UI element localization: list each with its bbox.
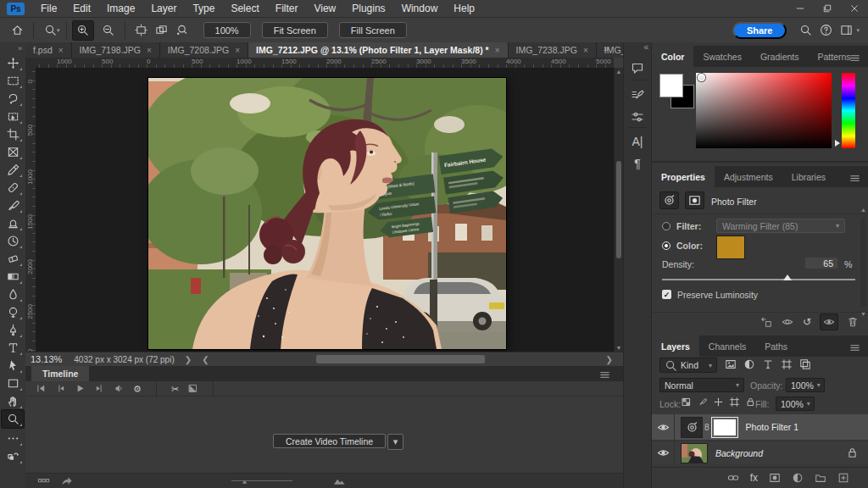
- lasso-tool-icon[interactable]: [2, 90, 24, 108]
- tab-libraries[interactable]: Libraries: [782, 166, 835, 187]
- help-icon[interactable]: [815, 21, 836, 40]
- menu-help[interactable]: Help: [453, 3, 475, 14]
- layer-thumbnail[interactable]: [682, 444, 707, 463]
- menu-select[interactable]: Select: [231, 3, 259, 14]
- move-tool-icon[interactable]: [2, 54, 24, 72]
- tab-properties[interactable]: Properties: [652, 166, 715, 187]
- foreground-color-swatch[interactable]: [659, 74, 683, 97]
- previous-state-eye-icon[interactable]: [782, 316, 793, 328]
- split-scissors-icon[interactable]: ✂: [171, 384, 179, 394]
- menu-view[interactable]: View: [314, 3, 336, 14]
- eyedropper-tool-icon[interactable]: [2, 161, 24, 179]
- collapse-tools-icon[interactable]: »: [0, 42, 25, 54]
- document-tab[interactable]: IMG_7238.JPG×: [509, 42, 597, 58]
- scrubby-zoom-icon[interactable]: [172, 21, 192, 40]
- workspace-icon[interactable]: [836, 21, 856, 40]
- status-next-icon[interactable]: ❯: [185, 355, 192, 364]
- swap-colors-icon[interactable]: [2, 447, 24, 465]
- blur-tool-icon[interactable]: [2, 286, 24, 303]
- delete-trash-icon[interactable]: [847, 316, 859, 328]
- filter-smart-object-icon[interactable]: [799, 358, 811, 370]
- brush-tool-icon[interactable]: [2, 197, 24, 214]
- create-video-timeline-button[interactable]: Create Video Timeline: [273, 434, 386, 448]
- visibility-eye-icon[interactable]: [821, 314, 837, 330]
- hue-marker[interactable]: [835, 140, 840, 147]
- crop-tool-icon[interactable]: [2, 125, 24, 143]
- horizontal-scroll-thumb[interactable]: [316, 355, 485, 363]
- tab-channels[interactable]: Channels: [699, 336, 755, 357]
- dodge-tool-icon[interactable]: [2, 303, 24, 321]
- step-back-icon[interactable]: [55, 383, 66, 394]
- menu-image[interactable]: Image: [107, 3, 135, 14]
- tab-timeline[interactable]: Timeline: [31, 366, 89, 381]
- menu-edit[interactable]: Edit: [73, 3, 91, 14]
- tab-gradients[interactable]: Gradients: [751, 46, 809, 67]
- document-image[interactable]: Fairbairn House life (West & North) Camp…: [148, 78, 506, 349]
- photo-filter-color-swatch[interactable]: [716, 236, 745, 259]
- add-mask-icon[interactable]: [769, 472, 781, 484]
- zoom-in-mountain-icon[interactable]: [333, 474, 346, 487]
- lock-artboard-icon[interactable]: [729, 396, 740, 408]
- close-button[interactable]: [841, 0, 868, 17]
- timeline-zoom-slider[interactable]: [231, 480, 292, 481]
- zoom-level-field[interactable]: 13.13%: [31, 354, 62, 364]
- gradient-tool-icon[interactable]: [2, 268, 24, 286]
- color-picker-marker[interactable]: [698, 74, 705, 81]
- layer-mask-thumbnail[interactable]: [712, 418, 737, 437]
- skip-start-icon[interactable]: [36, 383, 47, 394]
- character-panel-icon[interactable]: A|: [624, 136, 651, 147]
- close-tab-icon[interactable]: ×: [235, 46, 240, 55]
- saturation-brightness-field[interactable]: [696, 73, 832, 148]
- color-radio[interactable]: [662, 241, 670, 250]
- scroll-right-icon[interactable]: ❯: [606, 355, 613, 364]
- frame-tool-icon[interactable]: [2, 143, 24, 161]
- fill-screen-button[interactable]: Fill Screen: [339, 22, 407, 38]
- tab-adjustments[interactable]: Adjustments: [715, 166, 782, 187]
- restore-button[interactable]: [814, 0, 841, 17]
- pan-windows-icon[interactable]: [131, 21, 152, 40]
- zoom-100-button[interactable]: 100%: [203, 22, 251, 38]
- menu-layer[interactable]: Layer: [151, 3, 176, 14]
- tab-paths[interactable]: Paths: [755, 336, 797, 357]
- tab-swatches[interactable]: Swatches: [693, 46, 751, 67]
- fit-screen-button[interactable]: Fit Screen: [262, 22, 328, 38]
- lock-transparent-icon[interactable]: [681, 396, 692, 408]
- render-frames-icon[interactable]: [37, 474, 50, 487]
- healing-brush-tool-icon[interactable]: [2, 179, 24, 197]
- filter-adjustment-icon[interactable]: [743, 358, 755, 370]
- audio-icon[interactable]: [114, 383, 125, 394]
- new-adjustment-icon[interactable]: [792, 472, 804, 484]
- layer-row-background[interactable]: Background: [652, 441, 868, 464]
- close-tab-icon[interactable]: ×: [583, 46, 588, 55]
- hue-strip[interactable]: [842, 73, 855, 148]
- link-layers-icon[interactable]: [727, 472, 739, 484]
- step-forward-icon[interactable]: [94, 383, 105, 394]
- document-tab[interactable]: IMG_7121.JPG×: [597, 42, 623, 58]
- properties-panel-menu-icon[interactable]: [849, 172, 861, 185]
- close-tab-icon[interactable]: ×: [495, 46, 500, 55]
- new-layer-icon[interactable]: [837, 472, 849, 484]
- eraser-tool-icon[interactable]: [2, 250, 24, 268]
- document-tab[interactable]: f.psd×: [25, 42, 72, 58]
- document-tab[interactable]: IMG_7198.JPG×: [72, 42, 160, 58]
- collapse-panels-icon[interactable]: «: [643, 42, 648, 52]
- document-tab[interactable]: IMG_7208.JPG×: [160, 42, 248, 58]
- zoom-tool-icon[interactable]: [2, 410, 24, 428]
- zoom-in-icon[interactable]: [73, 21, 93, 40]
- adjustment-layer-icon[interactable]: [682, 418, 702, 437]
- close-tab-icon[interactable]: ×: [58, 46, 64, 55]
- density-slider-thumb[interactable]: [783, 274, 792, 280]
- object-selection-tool-icon[interactable]: [2, 108, 24, 125]
- timeline-menu-icon[interactable]: [598, 369, 611, 381]
- path-selection-tool-icon[interactable]: [2, 357, 24, 374]
- minimize-button[interactable]: [787, 0, 814, 17]
- blend-mode-select[interactable]: Normal▾: [659, 378, 744, 392]
- edit-toolbar-ellipsis-icon[interactable]: [2, 430, 24, 447]
- status-prev-icon[interactable]: ❮: [202, 355, 209, 364]
- chevron-down-icon[interactable]: ▾: [57, 27, 60, 34]
- color-panel-menu-icon[interactable]: [849, 52, 861, 64]
- layer-name[interactable]: Photo Filter 1: [746, 422, 798, 432]
- layer-mask-icon[interactable]: [686, 192, 704, 208]
- search-icon[interactable]: [795, 21, 815, 40]
- fill-select[interactable]: 100%▾: [776, 396, 815, 411]
